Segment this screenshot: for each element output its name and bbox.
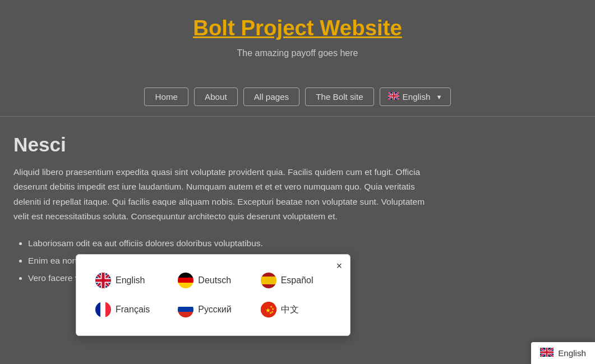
bottom-language-badge[interactable]: English bbox=[531, 342, 595, 364]
language-modal-overlay: × bbox=[76, 254, 350, 336]
language-label: English bbox=[403, 92, 431, 102]
content-area: × bbox=[0, 117, 595, 298]
flag-es bbox=[261, 273, 276, 288]
site-tagline: The amazing payoff goes here bbox=[11, 48, 584, 58]
lang-option-espanol[interactable]: Español bbox=[257, 270, 334, 291]
language-grid: English Deutsch Español Français Русский bbox=[92, 270, 334, 320]
flag-gb bbox=[95, 273, 111, 288]
page-heading: Nesci bbox=[13, 133, 582, 156]
lang-label-english: English bbox=[116, 275, 145, 285]
lang-label-russian: Русский bbox=[198, 305, 231, 315]
lang-label-deutsch: Deutsch bbox=[198, 275, 231, 285]
bottom-language-label: English bbox=[558, 348, 586, 358]
page-body-text: Aliquid libero praesentium expedita quas… bbox=[13, 165, 434, 224]
gb-flag-icon bbox=[388, 92, 399, 102]
site-header: Bolt Project Website The amazing payoff … bbox=[0, 0, 595, 82]
nav-about[interactable]: About bbox=[194, 87, 238, 106]
flag-de bbox=[178, 273, 193, 288]
site-title: Bolt Project Website bbox=[11, 16, 584, 40]
list-item: Laboriosam odit ea aut officiis dolores … bbox=[28, 234, 582, 252]
flag-cn: ★ ★ ★ ★ ★ bbox=[261, 302, 276, 317]
lang-label-francais: Français bbox=[116, 305, 150, 315]
modal-close-button[interactable]: × bbox=[336, 260, 342, 272]
nav-all-pages[interactable]: All pages bbox=[243, 87, 299, 106]
svg-text:★: ★ bbox=[269, 311, 272, 315]
language-selector-button[interactable]: English ▼ bbox=[380, 87, 451, 106]
lang-option-francais[interactable]: Français bbox=[92, 300, 169, 320]
lang-option-chinese[interactable]: ★ ★ ★ ★ ★ 中文 bbox=[257, 300, 334, 320]
lang-label-espanol: Español bbox=[281, 275, 313, 285]
nav-bar: Home About All pages The Bolt site Engli… bbox=[0, 82, 595, 117]
lang-option-deutsch[interactable]: Deutsch bbox=[174, 270, 251, 291]
nav-bolt-site[interactable]: The Bolt site bbox=[305, 87, 373, 106]
flag-fr bbox=[95, 302, 111, 317]
lang-option-russian[interactable]: Русский bbox=[174, 300, 251, 320]
chevron-down-icon: ▼ bbox=[436, 94, 442, 100]
language-modal: × bbox=[76, 254, 350, 336]
flag-ru bbox=[178, 302, 193, 317]
lang-label-chinese: 中文 bbox=[281, 304, 299, 316]
lang-option-english[interactable]: English bbox=[92, 270, 169, 291]
bottom-flag-icon bbox=[540, 348, 554, 358]
nav-home[interactable]: Home bbox=[144, 87, 188, 106]
